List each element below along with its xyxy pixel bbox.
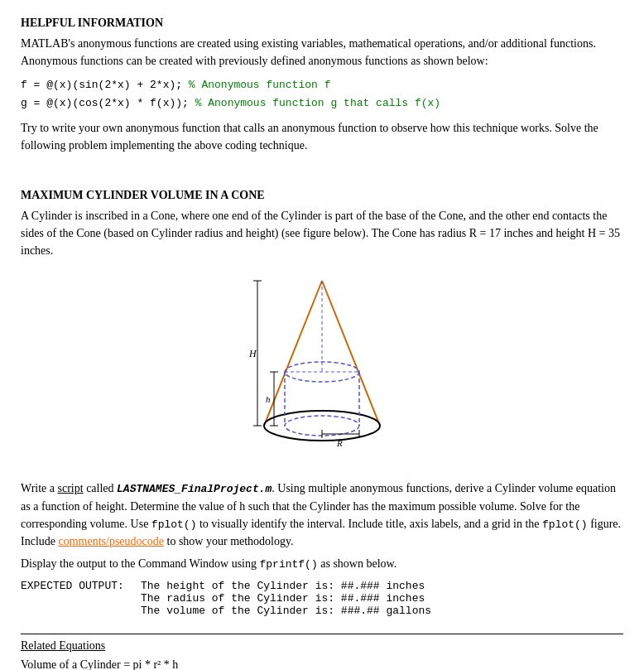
expected-line-1: The height of the Cylinder is: ##.### in… [141, 580, 431, 592]
code-g: g = @(x)(cos(2*x) * f(x)); [21, 97, 189, 109]
helpful-title: HELPFUL INFORMATION [21, 17, 623, 30]
instr-part1: Write a [21, 482, 58, 494]
code-comment-1: % Anonymous function f [182, 79, 330, 91]
fplot-cmd: fplot() [151, 518, 197, 531]
fplot-cmd2: fplot() [542, 518, 588, 531]
expected-line-2: The radius of the Cylinder is: ##.### in… [141, 592, 431, 605]
expected-label: EXPECTED OUTPUT: [21, 580, 141, 592]
instr-part4: to visually identify the interval. Inclu… [196, 518, 542, 530]
related-section: Related Equations Volume of a Cylinder =… [21, 634, 623, 670]
eq1-text: Volume of a Cylinder = pi * r² * h [21, 658, 178, 670]
comments-link[interactable]: comments/pseudocode [58, 535, 164, 547]
related-link[interactable]: Related Equations [21, 639, 105, 652]
code-comment-2: % Anonymous function g that calls f(x) [189, 97, 440, 109]
code-line-1: f = @(x)(sin(2*x) + 2*x); % Anonymous fu… [21, 76, 623, 94]
svg-line-0 [264, 281, 322, 426]
display-text-2: as shown below. [318, 557, 397, 570]
script-name: LASTNAMES_FinalProject.m [117, 483, 272, 495]
helpful-followup: Try to write your own anonymous function… [21, 119, 623, 154]
code-line-2: g = @(x)(cos(2*x) * f(x)); % Anonymous f… [21, 94, 623, 113]
code-block: f = @(x)(sin(2*x) + 2*x); % Anonymous fu… [21, 76, 623, 113]
expected-output-block: EXPECTED OUTPUT: The height of the Cylin… [21, 580, 623, 617]
expected-lines: The height of the Cylinder is: ##.### in… [141, 580, 431, 617]
diagram-container: H h R [21, 272, 623, 463]
svg-line-1 [322, 281, 380, 426]
fprintf-cmd: fprintf() [260, 558, 318, 571]
instr-part6: to show your methodology. [164, 535, 294, 547]
display-text-1: Display the output to the Command Window… [21, 557, 260, 570]
instructions-paragraph: Write a script called LASTNAMES_FinalPro… [21, 480, 623, 550]
helpful-intro: MATLAB's anonymous functions are created… [21, 35, 623, 70]
expected-output-row: EXPECTED OUTPUT: The height of the Cylin… [21, 580, 623, 617]
display-text: Display the output to the Command Window… [21, 555, 623, 573]
cylinder-title: MAXIMUM CYLINDER VOLUME IN A CONE [21, 189, 623, 202]
cylinder-section: MAXIMUM CYLINDER VOLUME IN A CONE A Cyli… [21, 189, 623, 617]
expected-line-3: The volume of the Cylinder is: ###.## ga… [141, 605, 431, 617]
cone-cylinder-diagram: H h R [239, 272, 405, 463]
code-f: f = @(x)(sin(2*x) + 2*x); [21, 79, 182, 91]
svg-text:R: R [336, 438, 343, 448]
eq1: Volume of a Cylinder = pi * r² * h [21, 656, 623, 670]
script-word: script [58, 482, 84, 494]
svg-text:H: H [248, 348, 257, 359]
instr-part2: called [84, 482, 117, 494]
helpful-section: HELPFUL INFORMATION MATLAB's anonymous f… [21, 17, 623, 154]
cylinder-description: A Cylinder is inscribed in a Cone, where… [21, 207, 623, 259]
svg-text:h: h [266, 394, 271, 404]
